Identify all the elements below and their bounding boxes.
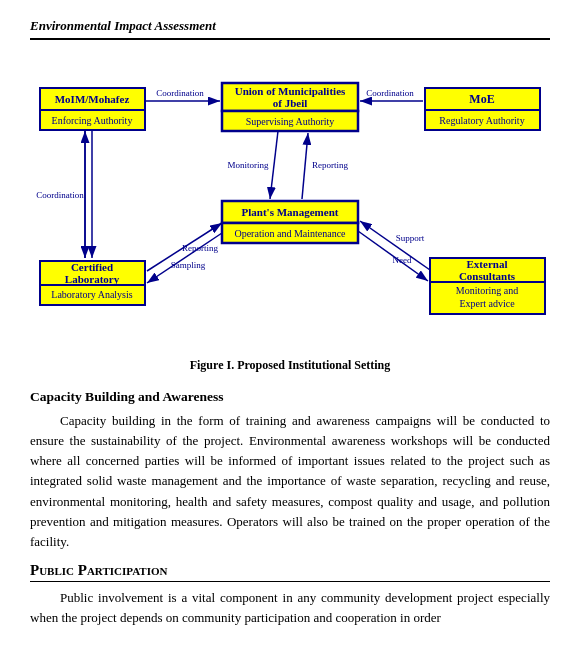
svg-text:Laboratory: Laboratory (65, 273, 120, 285)
capacity-heading: Capacity Building and Awareness (30, 389, 550, 405)
figure-caption: Figure I. Proposed Institutional Setting (30, 358, 550, 373)
public-heading: Public Participation (30, 562, 550, 582)
svg-text:Coordination: Coordination (36, 190, 84, 200)
page-header: Environmental Impact Assessment (30, 18, 550, 40)
svg-text:Coordination: Coordination (156, 88, 204, 98)
svg-text:Monitoring: Monitoring (227, 160, 269, 170)
svg-text:Enforcing Authority: Enforcing Authority (52, 115, 133, 126)
svg-text:Sampling: Sampling (171, 260, 206, 270)
diagram-svg: MoIM/Mohafez Enforcing Authority MoE Reg… (30, 58, 550, 348)
svg-text:Consultants: Consultants (459, 270, 516, 282)
institutional-diagram: MoIM/Mohafez Enforcing Authority MoE Reg… (30, 58, 550, 348)
svg-line-24 (270, 131, 278, 199)
svg-text:Support: Support (396, 233, 425, 243)
svg-text:Certified: Certified (71, 261, 113, 273)
svg-text:MoIM/Mohafez: MoIM/Mohafez (55, 93, 130, 105)
public-paragraph: Public involvement is a vital component … (30, 588, 550, 628)
svg-text:Reporting: Reporting (182, 243, 218, 253)
svg-text:Expert advice: Expert advice (459, 298, 515, 309)
svg-text:MoE: MoE (469, 92, 494, 106)
svg-text:Regulatory Authority: Regulatory Authority (439, 115, 524, 126)
capacity-paragraph: Capacity building in the form of trainin… (30, 411, 550, 552)
svg-text:Coordination: Coordination (366, 88, 414, 98)
svg-text:Monitoring and: Monitoring and (456, 285, 519, 296)
svg-text:of Jbeil: of Jbeil (273, 97, 308, 109)
svg-line-38 (147, 233, 222, 283)
svg-text:Need: Need (393, 255, 412, 265)
svg-text:Union of Municipalities: Union of Municipalities (235, 85, 346, 97)
svg-text:Operation and Maintenance: Operation and Maintenance (234, 228, 346, 239)
header-title: Environmental Impact Assessment (30, 18, 216, 33)
svg-text:Laboratory Analysis: Laboratory Analysis (51, 289, 132, 300)
svg-text:Plant's Management: Plant's Management (242, 206, 339, 218)
svg-text:External: External (467, 258, 508, 270)
svg-text:Supervising Authority: Supervising Authority (246, 116, 335, 127)
svg-line-26 (302, 133, 308, 199)
svg-text:Reporting: Reporting (312, 160, 348, 170)
